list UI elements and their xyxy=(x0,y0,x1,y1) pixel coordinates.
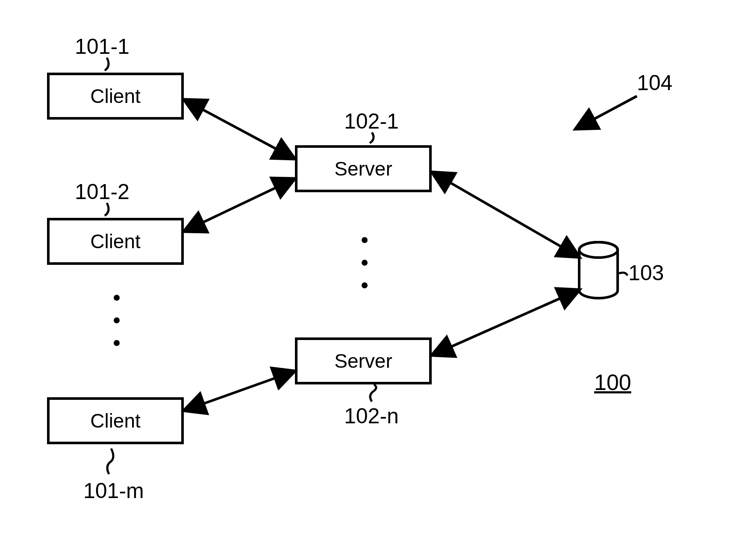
svg-line-2 xyxy=(186,100,293,158)
client-2-box: Client xyxy=(47,218,184,265)
svg-line-6 xyxy=(433,290,578,355)
label-101-1: 101-1 xyxy=(75,34,130,59)
client-1-box: Client xyxy=(47,73,184,120)
client-m-box: Client xyxy=(47,397,184,444)
svg-line-7 xyxy=(577,96,637,128)
label-102-n: 102-n xyxy=(344,404,399,428)
label-104: 104 xyxy=(637,70,672,95)
server-1-box: Server xyxy=(295,145,432,192)
client-ellipsis xyxy=(113,295,120,346)
server-ellipsis xyxy=(361,237,368,288)
client-2-label: Client xyxy=(90,230,141,253)
server-n-box: Server xyxy=(295,337,432,384)
client-m-label: Client xyxy=(90,409,141,432)
label-101-m: 101-m xyxy=(83,478,144,503)
label-103: 103 xyxy=(628,261,664,285)
svg-line-5 xyxy=(433,173,578,256)
server-1-label: Server xyxy=(334,157,392,180)
server-n-label: Server xyxy=(334,349,392,372)
svg-point-0 xyxy=(579,242,618,258)
diagram-canvas: Client Client Client Server Server 101-1… xyxy=(0,0,754,560)
client-1-label: Client xyxy=(90,85,141,108)
database-icon xyxy=(579,242,618,298)
svg-line-4 xyxy=(186,372,293,410)
label-101-2: 101-2 xyxy=(75,179,130,204)
label-102-1: 102-1 xyxy=(344,109,399,134)
figure-number: 100 xyxy=(594,369,631,395)
svg-point-1 xyxy=(579,242,618,258)
svg-line-3 xyxy=(186,179,293,231)
